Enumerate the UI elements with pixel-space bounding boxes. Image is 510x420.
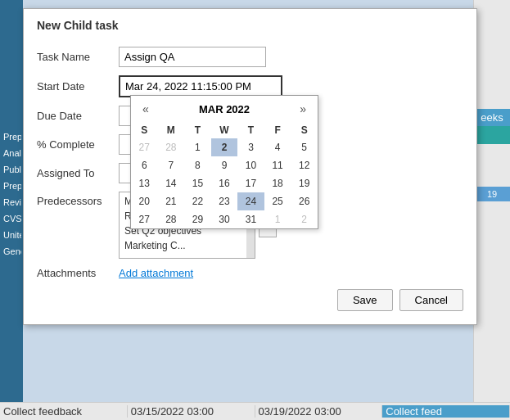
sidebar-item-gene[interactable]: Gene (2, 243, 21, 260)
cal-day-0-3[interactable]: 2 (211, 138, 238, 156)
attachments-row: Attachments Add attachment (37, 267, 463, 279)
cal-day-0-2[interactable]: 1 (184, 138, 211, 156)
start-date-row: Start Date (37, 75, 463, 97)
cal-header-s2: S (291, 122, 318, 138)
cal-day-2-1[interactable]: 14 (158, 174, 185, 192)
cal-header-f: F (264, 122, 291, 138)
task-name-input[interactable] (119, 47, 266, 67)
dialog-title: New Child task (37, 19, 463, 37)
cal-day-2-6[interactable]: 19 (291, 174, 318, 192)
cal-day-0-0[interactable]: 27 (131, 138, 158, 156)
cal-day-1-6[interactable]: 12 (291, 156, 318, 174)
calendar-month-year: MAR 2022 (199, 103, 250, 115)
cal-header-s1: S (131, 122, 158, 138)
new-child-task-dialog: New Child task Task Name Start Date « MA… (23, 8, 477, 325)
sidebar-item-cvs[interactable]: CVS (2, 210, 21, 227)
cal-day-3-2[interactable]: 22 (184, 192, 211, 210)
teal-bar (474, 126, 510, 144)
cal-day-1-2[interactable]: 8 (184, 156, 211, 174)
cal-day-4-3[interactable]: 30 (211, 210, 238, 228)
cal-day-0-4[interactable]: 3 (237, 138, 264, 156)
predecessors-label: Predecessors (37, 192, 119, 207)
sidebar-item-anal[interactable]: Anal (2, 145, 21, 161)
cal-day-3-3[interactable]: 23 (211, 192, 238, 210)
task-name-label: Task Name (37, 51, 119, 63)
calendar-popup: « MAR 2022 » S M T W T F S 2728123456789… (130, 95, 318, 229)
cal-day-2-5[interactable]: 18 (264, 174, 291, 192)
cal-day-3-4[interactable]: 24 (237, 192, 264, 210)
sidebar-item-prep1[interactable]: Prep (2, 129, 21, 145)
bottom-task-highlight: Collect feed (382, 405, 510, 418)
cal-day-0-1[interactable]: 28 (158, 138, 185, 156)
start-date-input[interactable] (119, 75, 282, 97)
cal-day-1-5[interactable]: 11 (264, 156, 291, 174)
bottom-task-date2: 03/19/2022 03:00 (255, 405, 383, 418)
calendar-grid: S M T W T F S 27281234567891011121314151… (131, 122, 318, 228)
due-date-label: Due Date (37, 110, 119, 122)
cal-day-4-1[interactable]: 28 (158, 210, 185, 228)
cal-day-4-0[interactable]: 27 (131, 210, 158, 228)
sidebar-item-revie[interactable]: Revie (2, 194, 21, 210)
cal-day-3-1[interactable]: 21 (158, 192, 185, 210)
bottom-task-date1: 03/15/2022 03:00 (128, 405, 255, 418)
cal-day-3-5[interactable]: 25 (264, 192, 291, 210)
save-button[interactable]: Save (337, 289, 393, 311)
calendar-next-button[interactable]: » (295, 101, 311, 117)
dialog-buttons: Save Cancel (37, 289, 463, 311)
weeks-button[interactable]: eeks (474, 109, 510, 126)
cancel-button[interactable]: Cancel (399, 289, 463, 311)
cal-day-3-0[interactable]: 20 (131, 192, 158, 210)
cal-day-0-5[interactable]: 4 (264, 138, 291, 156)
bottom-bar: Collect feedback 03/15/2022 03:00 03/19/… (0, 402, 510, 420)
cal-day-2-4[interactable]: 17 (237, 174, 264, 192)
task-name-row: Task Name (37, 47, 463, 67)
cal-header-t1: T (184, 122, 211, 138)
cal-day-2-3[interactable]: 16 (211, 174, 238, 192)
cal-header-m: M (158, 122, 185, 138)
day-number: 19 (474, 187, 510, 201)
cal-day-0-6[interactable]: 5 (291, 138, 318, 156)
cal-day-4-6[interactable]: 2 (291, 210, 318, 228)
sidebar-item-unite[interactable]: Unite (2, 227, 21, 243)
cal-day-1-1[interactable]: 7 (158, 156, 185, 174)
add-attachment-link[interactable]: Add attachment (119, 267, 193, 279)
calendar-header: « MAR 2022 » (131, 96, 318, 122)
sidebar-items: Prep Anal Publi Prep Revie CVS Unite Gen… (0, 127, 23, 261)
cal-day-4-2[interactable]: 29 (184, 210, 211, 228)
percent-label: % Complete (37, 138, 119, 151)
predecessor-item-3[interactable]: Marketing C... (121, 238, 245, 253)
attachments-label: Attachments (37, 267, 119, 279)
assigned-to-label: Assigned To (37, 167, 119, 179)
cal-header-w: W (211, 122, 238, 138)
cal-day-2-2[interactable]: 15 (184, 174, 211, 192)
calendar-prev-button[interactable]: « (138, 101, 154, 117)
cal-day-1-0[interactable]: 6 (131, 156, 158, 174)
bottom-task-1: Collect feedback (0, 405, 128, 418)
sidebar-item-publi[interactable]: Publi (2, 161, 21, 178)
cal-day-4-5[interactable]: 1 (264, 210, 291, 228)
cal-day-3-6[interactable]: 26 (291, 192, 318, 210)
cal-day-1-4[interactable]: 10 (237, 156, 264, 174)
cal-day-1-3[interactable]: 9 (211, 156, 238, 174)
cal-header-t2: T (237, 122, 264, 138)
cal-day-4-4[interactable]: 31 (237, 210, 264, 228)
sidebar-item-prep2[interactable]: Prep (2, 178, 21, 194)
start-date-label: Start Date (37, 80, 119, 93)
cal-day-2-0[interactable]: 13 (131, 174, 158, 192)
